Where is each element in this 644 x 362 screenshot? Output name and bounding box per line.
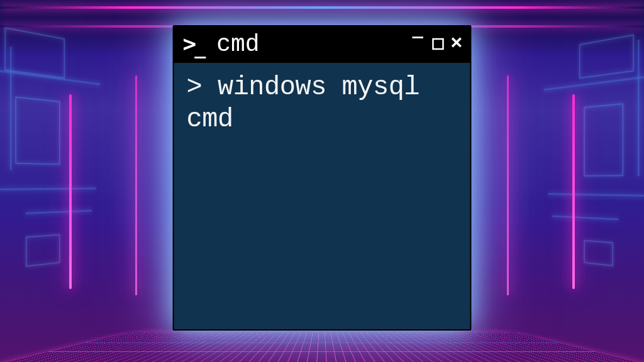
terminal-prompt-icon: >_ [183, 33, 208, 55]
window-controls: – × [410, 31, 462, 57]
svg-rect-0 [433, 39, 443, 49]
prompt-symbol: > [187, 72, 203, 102]
viewport: >_ cmd – × > windows mysql cmd [0, 0, 644, 362]
maximize-button[interactable] [431, 38, 444, 50]
command-line: > windows mysql cmd [187, 72, 458, 136]
minimize-button[interactable]: – [410, 25, 425, 50]
command-text: windows mysql cmd [187, 72, 435, 134]
terminal-window: >_ cmd – × > windows mysql cmd [173, 25, 472, 331]
terminal-body[interactable]: > windows mysql cmd [174, 63, 470, 329]
window-title: cmd [216, 31, 401, 58]
titlebar[interactable]: >_ cmd – × [174, 26, 470, 63]
close-button[interactable]: × [450, 34, 462, 54]
